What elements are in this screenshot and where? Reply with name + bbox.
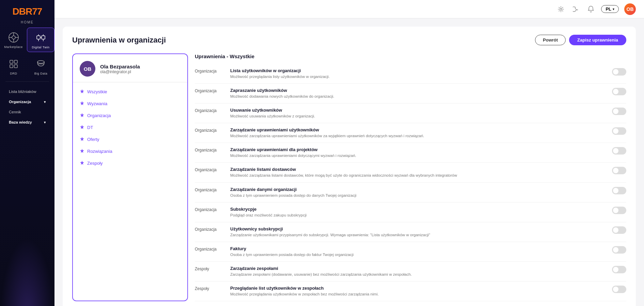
logo-main: DBR [13, 6, 32, 17]
perm-toggle-3[interactable] [612, 127, 626, 135]
digital-twin-label: Digital Twin [32, 46, 50, 49]
header-buttons: Powrót Zapisz uprawnienia [535, 35, 626, 45]
perm-name: Zarządzanie zespołami [230, 266, 607, 271]
perm-desc: Osoba z tym uprawnieniem posiada dostęp … [230, 193, 607, 198]
user-nav-item-wszystkie[interactable]: Wszystkie [73, 86, 187, 98]
svg-rect-6 [37, 36, 40, 39]
perm-toggle-0[interactable] [612, 68, 626, 76]
toggle-switch[interactable] [612, 147, 626, 155]
perm-info: Zarządzanie danymi organizacji Osoba z t… [230, 187, 607, 198]
user-nav-item-zespoly[interactable]: Zespoły [73, 157, 187, 169]
toggle-switch[interactable] [612, 187, 626, 194]
svg-rect-16 [14, 65, 17, 68]
perm-info: Przeglądanie list użytkowników w zespoła… [230, 286, 607, 297]
permission-row: Zespoły Przeglądanie list użytkowników w… [195, 281, 626, 301]
perm-toggle-7[interactable] [612, 207, 626, 214]
perm-category: Organizacja [195, 226, 225, 232]
sidebar-item-digital-twin[interactable]: Digital Twin [27, 28, 54, 52]
perm-category: Organizacja [195, 187, 225, 192]
perm-info: Lista użytkowników w organizacji Możliwo… [230, 68, 607, 79]
toggle-switch[interactable] [612, 68, 626, 76]
svg-rect-13 [10, 60, 13, 63]
sidebar-item-baza-wiedzy[interactable]: Baza wiedzy ▾ [2, 117, 52, 127]
permission-row: Organizacja Zarządzanie danymi organizac… [195, 183, 626, 203]
permission-row: Organizacja Faktury Osoba z tym uprawnie… [195, 242, 626, 262]
permissions-panel: Uprawnienia - Wszystkie Organizacja List… [195, 53, 626, 301]
back-button[interactable]: Powrót [535, 35, 566, 45]
nav-spark-icon [80, 113, 84, 118]
toggle-switch[interactable] [612, 167, 626, 174]
svg-point-19 [560, 8, 562, 10]
user-nav-item-oferty[interactable]: Oferty [73, 133, 187, 145]
perm-toggle-2[interactable] [612, 108, 626, 115]
svg-point-1 [12, 36, 15, 39]
permission-row: Organizacja Lista użytkowników w organiz… [195, 64, 626, 84]
permissions-list: Organizacja Lista użytkowników w organiz… [195, 64, 626, 301]
toggle-switch[interactable] [612, 286, 626, 293]
perm-toggle-6[interactable] [612, 187, 626, 194]
toggle-switch[interactable] [612, 266, 626, 273]
sidebar-item-marketplace[interactable]: Marketplace [0, 28, 27, 52]
chevron-lang-icon: ▾ [613, 7, 614, 11]
perm-toggle-4[interactable] [612, 147, 626, 155]
user-avatar-topbar[interactable]: OB [624, 3, 636, 15]
perm-desc: Możliwość usuwania użytkowników z organi… [230, 113, 607, 119]
perm-info: Użytkownicy subskrypcji Zarządzanie użyt… [230, 226, 607, 238]
moon-icon[interactable] [571, 4, 581, 14]
perm-toggle-11[interactable] [612, 286, 626, 293]
toggle-switch[interactable] [612, 207, 626, 214]
sidebar-item-organizacja[interactable]: Organizacja ▾ [2, 97, 52, 107]
user-nav-item-wyzwania[interactable]: Wyzwania [73, 98, 187, 110]
sidebar-icons-row2: DRD Big Data [0, 54, 54, 78]
notification-icon[interactable] [586, 4, 596, 14]
user-nav-item-rozwiazania[interactable]: Rozwiązania [73, 145, 187, 157]
toggle-switch[interactable] [612, 246, 626, 254]
main-area: PL ▾ OB Uprawnienia w organizacji Powrót… [54, 0, 644, 306]
big-data-icon [34, 58, 47, 70]
sidebar-item-big-data[interactable]: Big Data [27, 54, 54, 78]
perm-info: Usuwanie użytkowników Możliwość usuwania… [230, 108, 607, 119]
toggle-switch[interactable] [612, 226, 626, 234]
perm-toggle-1[interactable] [612, 88, 626, 95]
perm-category: Organizacja [195, 68, 225, 74]
user-nav-item-dt[interactable]: DT [73, 122, 187, 133]
perm-category: Organizacja [195, 88, 225, 93]
user-name: Ola Bezparasola [100, 64, 140, 69]
perm-name: Usuwanie użytkowników [230, 108, 607, 113]
sidebar-home-label: HOME [21, 20, 34, 24]
permission-row: Organizacja Zarządzanie listami dostawcó… [195, 163, 626, 182]
page-title: Uprawnienia w organizacji [72, 36, 166, 45]
perm-desc: Osoba z tym uprawnieniem posiada dostęp … [230, 252, 607, 257]
content-area: OB Ola Bezparasola ola@integrator.pl Wsz… [72, 53, 626, 301]
sidebar-item-drd[interactable]: DRD [0, 54, 27, 78]
perm-toggle-5[interactable] [612, 167, 626, 174]
permission-row: Organizacja Usuwanie użytkowników Możliw… [195, 103, 626, 123]
perm-toggle-8[interactable] [612, 226, 626, 234]
save-button[interactable]: Zapisz uprawnienia [569, 35, 626, 45]
svg-rect-7 [42, 36, 45, 39]
digital-twin-icon [34, 31, 47, 44]
toggle-switch[interactable] [612, 88, 626, 95]
big-data-label: Big Data [34, 72, 48, 75]
toggle-switch[interactable] [612, 108, 626, 115]
settings-icon[interactable] [556, 4, 566, 14]
user-nav-item-organizacja[interactable]: Organizacja [73, 110, 187, 122]
marketplace-label: Marketplace [4, 45, 23, 49]
language-selector[interactable]: PL ▾ [601, 5, 619, 13]
logo-accent: 77 [32, 6, 42, 17]
user-nav-label: Wszystkie [87, 89, 107, 94]
perm-desc: Możliwość zarządzania uprawnieniami doty… [230, 153, 607, 158]
perm-toggle-10[interactable] [612, 266, 626, 273]
page-header: Uprawnienia w organizacji Powrót Zapisz … [72, 35, 626, 45]
permission-row: Organizacja Zarządzanie uprawnieniami dl… [195, 143, 626, 163]
toggle-switch[interactable] [612, 127, 626, 135]
sidebar-item-cennik[interactable]: Cennik [2, 107, 52, 117]
sidebar-nav: Lista bliźniaków Organizacja ▾ Cennik Ba… [0, 84, 54, 130]
svg-point-17 [37, 61, 44, 63]
sidebar-item-lista-blizniaków[interactable]: Lista bliźniaków [2, 87, 52, 96]
permission-row: Organizacja Użytkownicy subskrypcji Zarz… [195, 222, 626, 242]
perm-name: Przeglądanie list użytkowników w zespoła… [230, 286, 607, 291]
nav-spark-icon [80, 89, 84, 95]
permission-row: Organizacja Zarządzanie uprawnieniami uż… [195, 123, 626, 143]
perm-toggle-9[interactable] [612, 246, 626, 254]
